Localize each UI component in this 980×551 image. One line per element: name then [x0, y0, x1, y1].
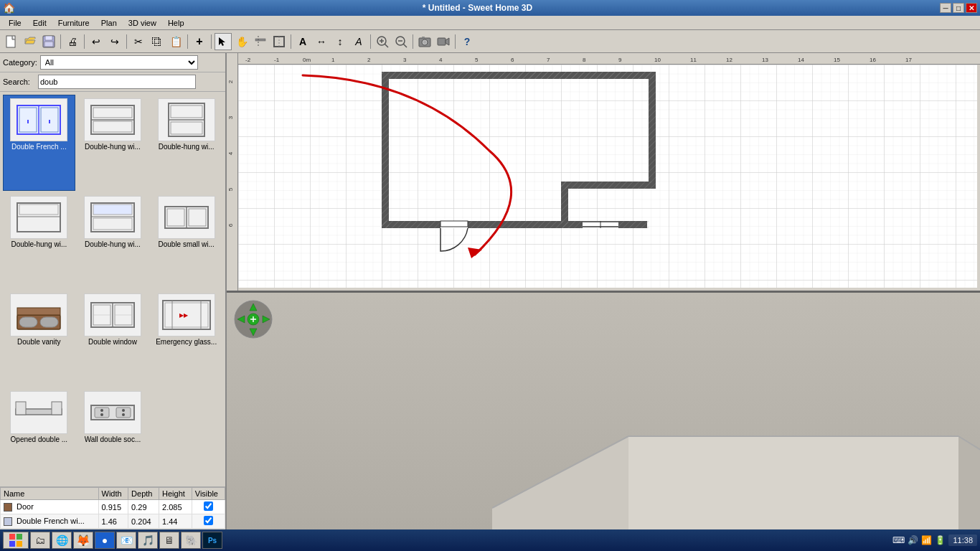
left-panel: Category: All Search:	[0, 53, 227, 529]
taskbar-firefox[interactable]: 🦊	[73, 532, 93, 549]
copy-button[interactable]: ⿻	[149, 33, 166, 50]
row-height-window: 1.44	[159, 514, 192, 529]
help-button[interactable]: ?	[458, 33, 476, 50]
item-img-double-hung-3	[10, 196, 67, 239]
row-name-window: Double French wi...	[1, 514, 99, 529]
item-emergency-glass[interactable]: ▶▶ Emergency glass...	[150, 290, 222, 386]
item-label-double-window: Double window	[88, 338, 137, 346]
menu-help[interactable]: Help	[162, 17, 190, 29]
close-button[interactable]: ✕	[966, 3, 977, 13]
item-double-vanity[interactable]: Double vanity	[3, 290, 75, 386]
select-button[interactable]	[215, 33, 232, 50]
item-double-hung-4[interactable]: Double-hung wi...	[77, 192, 149, 288]
item-img-double-hung-2	[158, 98, 215, 141]
taskbar-elephant[interactable]: 🐘	[181, 532, 201, 549]
open-button[interactable]	[22, 33, 39, 50]
dimension-button[interactable]: ↔	[313, 33, 330, 50]
svg-text:14: 14	[798, 57, 804, 63]
item-img-double-hung-1	[84, 98, 141, 141]
item-wall-double[interactable]: Wall double soc...	[77, 387, 149, 484]
font-button[interactable]: A	[350, 33, 367, 50]
svg-rect-107	[382, 72, 654, 79]
search-input[interactable]	[38, 75, 196, 89]
item-img-opened-double	[10, 391, 67, 434]
svg-text:16: 16	[870, 57, 876, 63]
speaker-icon[interactable]: 🔊	[908, 535, 918, 545]
v-scrollbar[interactable]	[977, 65, 980, 288]
cut-button[interactable]: ✂	[130, 33, 147, 50]
taskbar-files[interactable]: 🗂	[30, 532, 50, 549]
item-double-small[interactable]: Double small wi...	[150, 192, 222, 288]
pan-button[interactable]: ✋	[233, 33, 250, 50]
svg-text:15: 15	[834, 57, 840, 63]
new-button[interactable]	[3, 33, 20, 50]
taskbar-monitor[interactable]: 🖥	[159, 532, 179, 549]
menu-plan[interactable]: Plan	[95, 17, 123, 29]
item-label-double-small: Double small wi...	[158, 240, 214, 248]
add-furniture-button[interactable]: +	[191, 33, 208, 50]
menu-3dview[interactable]: 3D view	[123, 17, 162, 29]
h-scrollbar[interactable]	[238, 288, 980, 291]
plan-canvas[interactable]	[238, 65, 980, 291]
col-width: Width	[98, 488, 128, 500]
add-text-button[interactable]: A	[294, 33, 311, 50]
zoom-in-button[interactable]	[374, 33, 391, 50]
svg-point-70	[122, 413, 125, 416]
category-row: Category: All	[0, 53, 225, 72]
menu-file[interactable]: File	[3, 17, 27, 29]
app-icon: 🏠	[3, 2, 15, 14]
taskbar-music[interactable]: 🎵	[138, 532, 158, 549]
taskbar-chromium[interactable]: ●	[95, 532, 115, 549]
video-button[interactable]	[435, 33, 452, 50]
undo-button[interactable]: ↩	[88, 33, 105, 50]
create-rooms-button[interactable]	[270, 33, 288, 50]
item-double-hung-3[interactable]: Double-hung wi...	[3, 192, 75, 288]
create-walls-button[interactable]	[252, 33, 269, 50]
item-double-hung-1[interactable]: Double-hung wi...	[77, 95, 149, 191]
svg-line-13	[403, 44, 407, 47]
view-3d[interactable]	[227, 293, 980, 530]
network-icon[interactable]: 📶	[921, 535, 932, 545]
item-img-double-vanity	[10, 293, 67, 336]
taskbar-photo[interactable]: Ps	[202, 532, 222, 549]
item-img-emergency-glass: ▶▶	[158, 293, 215, 336]
svg-rect-40	[93, 204, 132, 215]
restore-button[interactable]: □	[953, 3, 964, 13]
zoom-out-button[interactable]	[392, 33, 410, 50]
svg-rect-35	[17, 203, 60, 232]
arrows-button[interactable]: ↕	[331, 33, 349, 50]
save-button[interactable]	[40, 33, 57, 50]
menu-furniture[interactable]: Furniture	[52, 17, 95, 29]
row-visible-window	[192, 514, 225, 529]
item-double-window[interactable]: Double window	[77, 290, 149, 386]
col-name: Name	[1, 488, 99, 500]
item-label-emergency-glass: Emergency glass...	[156, 338, 217, 346]
double-french-window	[583, 221, 618, 228]
item-opened-double[interactable]: Opened double ...	[3, 387, 75, 484]
svg-rect-109	[382, 72, 389, 228]
taskbar-email[interactable]: 📧	[116, 532, 136, 549]
item-img-double-french	[10, 98, 67, 141]
start-button[interactable]	[3, 532, 29, 549]
right-area: -2 -1 0m 1 2 3 4 5 6 7 8 9 10 11 12 13 1	[227, 53, 980, 529]
snapshot-button[interactable]	[416, 33, 433, 50]
svg-rect-4	[255, 39, 265, 41]
svg-rect-0	[6, 36, 15, 47]
svg-text:7: 7	[547, 57, 550, 63]
minimize-button[interactable]: ─	[940, 3, 951, 13]
sep1	[60, 34, 61, 49]
svg-text:3: 3	[403, 57, 407, 63]
redo-button[interactable]: ↪	[106, 33, 123, 50]
print-button[interactable]: 🖨	[64, 33, 81, 50]
item-double-hung-2[interactable]: Double-hung wi...	[150, 95, 222, 191]
menu-edit[interactable]: Edit	[27, 17, 52, 29]
svg-text:10: 10	[654, 57, 661, 63]
category-select[interactable]: All	[40, 55, 198, 70]
svg-rect-49	[17, 308, 60, 315]
paste-button[interactable]: 📋	[167, 33, 184, 50]
svg-rect-3	[44, 42, 53, 47]
plan-view[interactable]: -2 -1 0m 1 2 3 4 5 6 7 8 9 10 11 12 13 1	[227, 53, 980, 293]
sep7	[370, 34, 371, 49]
item-double-french[interactable]: Double French ...	[3, 95, 75, 191]
taskbar-browser[interactable]: 🌐	[52, 532, 72, 549]
